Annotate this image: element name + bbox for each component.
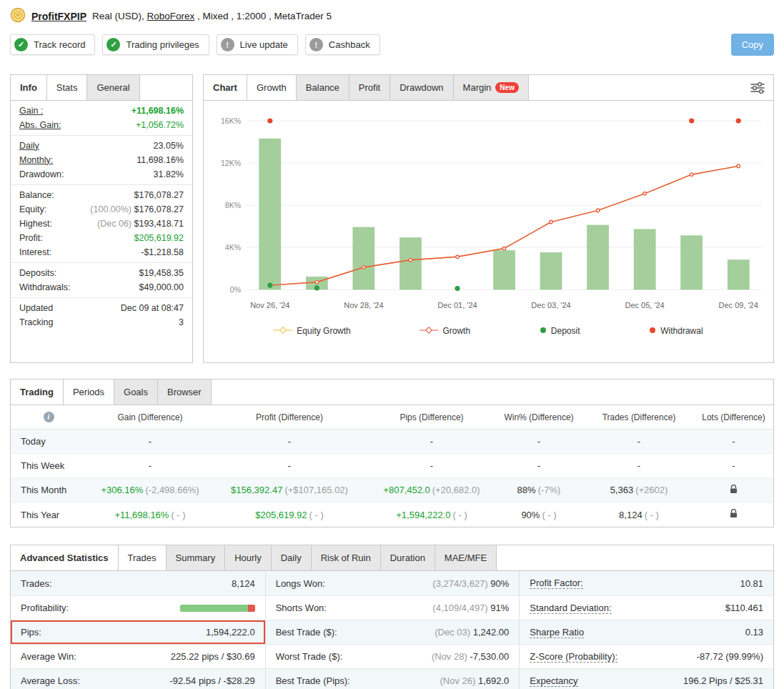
period-cell: -: [91, 436, 209, 447]
info-label[interactable]: Abs. Gain:: [19, 120, 61, 131]
period-cell: -: [494, 460, 584, 471]
stats-tab-mae-mfe[interactable]: MAE/MFE: [435, 545, 497, 570]
period-row-label: This Year: [11, 510, 91, 520]
chart-tabs: Chart GrowthBalanceProfitDrawdownMarginN…: [204, 75, 773, 101]
chart-tab-drawdown[interactable]: Drawdown: [389, 75, 453, 100]
info-label[interactable]: Monthly:: [19, 155, 53, 166]
info-label: Balance:: [19, 190, 54, 201]
stat-profit-factor: Profit Factor:10.81: [519, 571, 773, 595]
advanced-statistics-tabbar: TradesSummaryHourlyDailyRisk of RuinDura…: [118, 545, 497, 570]
period-value: 88%: [517, 485, 536, 495]
legend-withdrawal[interactable]: Withdrawal: [649, 326, 703, 336]
info-label: Highest:: [19, 219, 52, 229]
copy-button[interactable]: Copy: [731, 34, 774, 56]
line-swatch: [420, 326, 438, 336]
stat-shorts-won: Shorts Won:(4,109/4,497) 91%: [265, 596, 520, 620]
info-label[interactable]: Gain :: [19, 106, 43, 117]
period-diff: ( - ): [542, 510, 556, 520]
info-row-tracking: Tracking3: [11, 315, 192, 329]
legend-deposit[interactable]: Deposit: [540, 326, 580, 336]
section-divider: [11, 184, 192, 185]
profitability-bar-loss: [248, 605, 254, 612]
stats-tab-summary[interactable]: Summary: [166, 545, 226, 570]
stat-label-link[interactable]: Standard Deviation:: [530, 603, 611, 614]
svg-text:4K%: 4K%: [225, 243, 241, 252]
stat-value: -87.72 (99.99%): [697, 651, 763, 662]
account-leverage-text: , Mixed , 1:2000 , MetaTrader 5: [197, 11, 332, 21]
period-value: -: [430, 436, 433, 447]
period-cell: +306.16%(-2,498.66%): [91, 485, 209, 495]
badge-label: Trading privileges: [126, 39, 199, 50]
stats-tab-trades[interactable]: Trades: [118, 545, 167, 570]
period-cell: -: [369, 436, 494, 447]
stat-label: Average Loss:: [21, 675, 80, 686]
legend-equity-growth[interactable]: Equity Growth: [274, 326, 350, 336]
info-value: 23.05%: [154, 141, 184, 152]
account-page: ProfitFXPIP Real (USD), RoboForex , Mixe…: [0, 0, 784, 689]
info-label: Interest:: [19, 247, 51, 258]
period-value: -: [149, 460, 152, 471]
period-row-label: This Week: [11, 460, 91, 471]
period-value: +1,594,222.0: [396, 510, 450, 520]
badge-label: Cashback: [329, 39, 370, 50]
stat-standard-deviation: Standard Deviation:$110.461: [519, 596, 773, 620]
chart-tab-margin[interactable]: MarginNew: [453, 75, 529, 100]
stat-value-prefix: (Nov 28): [432, 651, 470, 662]
stats-tab-hourly[interactable]: Hourly: [224, 545, 272, 570]
chart-tab-growth[interactable]: Growth: [247, 75, 297, 100]
badge-trading-privileges[interactable]: ✓Trading privileges: [102, 34, 209, 55]
stats-row-profitability: Profitability:Shorts Won:(4,109/4,497) 9…: [11, 595, 773, 620]
stat-value-prefix: (3,274/3,627): [432, 578, 490, 589]
dot-swatch: [540, 326, 547, 336]
status-badges: ✓Track record✓Trading privileges!Live up…: [10, 34, 380, 55]
badge-cashback[interactable]: !Cashback: [305, 34, 380, 55]
trading-tab-goals[interactable]: Goals: [114, 380, 158, 405]
stat-pips: Pips:1,594,222.0: [11, 620, 265, 644]
legend-growth[interactable]: Growth: [420, 326, 470, 336]
period-value: $156,392.47: [231, 485, 282, 495]
period-cell: -: [694, 460, 773, 471]
trading-tab-periods[interactable]: Periods: [63, 380, 114, 405]
info-tabbar: StatsGeneral: [46, 75, 139, 100]
stats-tab-risk-of-ruin[interactable]: Risk of Ruin: [311, 545, 381, 570]
account-name-link[interactable]: ProfitFXPIP: [31, 11, 86, 22]
info-icon[interactable]: i: [44, 412, 54, 422]
period-value: -: [732, 436, 735, 447]
period-diff: ( - ): [453, 510, 467, 520]
trading-panel-title: Trading: [11, 380, 63, 405]
info-tab-stats[interactable]: Stats: [46, 75, 88, 100]
broker-link[interactable]: RoboForex: [147, 11, 195, 21]
stat-label-link[interactable]: Profit Factor:: [530, 578, 582, 589]
profitability-bar: [180, 605, 255, 612]
stat-label: Profitability:: [21, 603, 69, 613]
stat-label: Shorts Won:: [276, 603, 327, 613]
period-cell: $205,619.92( - ): [209, 510, 369, 520]
period-value: -: [288, 436, 291, 447]
column-header-profit-difference: Profit (Difference): [209, 412, 369, 422]
chart-tab-balance[interactable]: Balance: [296, 75, 349, 100]
chart-settings-icon[interactable]: [742, 75, 773, 100]
period-cell: -: [494, 436, 584, 447]
badge-track-record[interactable]: ✓Track record: [10, 34, 95, 55]
info-label[interactable]: Daily: [19, 141, 39, 152]
period-row-label: Today: [11, 436, 91, 447]
chart-legend: Equity GrowthGrowthDepositWithdrawal: [204, 326, 773, 342]
info-tab-general[interactable]: General: [86, 75, 139, 100]
stat-value: (Dec 03) 1,242.00: [435, 627, 509, 638]
period-cell: -: [369, 460, 494, 471]
chart-tab-profit[interactable]: Profit: [349, 75, 390, 100]
stat-longs-won: Longs Won:(3,274/3,627) 90%: [265, 571, 520, 595]
stat-value: 0.13: [745, 627, 763, 638]
stats-tab-duration[interactable]: Duration: [380, 545, 435, 570]
stat-label-link[interactable]: Sharpe Ratio: [530, 627, 584, 638]
stat-label-link[interactable]: Z-Score (Probability):: [530, 651, 617, 663]
svg-text:Nov 26, '24: Nov 26, '24: [250, 301, 289, 309]
stat-value: (Nov 28) -7,530.00: [432, 651, 509, 662]
stat-label-link[interactable]: Expectancy: [530, 675, 577, 687]
trading-tab-browser[interactable]: Browser: [157, 380, 212, 405]
stats-tab-daily[interactable]: Daily: [271, 545, 312, 570]
period-row-this-month: This Month+306.16%(-2,498.66%)$156,392.4…: [11, 478, 773, 502]
dot-swatch: [649, 326, 656, 336]
badge-live-update[interactable]: !Live update: [217, 34, 298, 55]
period-value: -: [288, 460, 291, 471]
